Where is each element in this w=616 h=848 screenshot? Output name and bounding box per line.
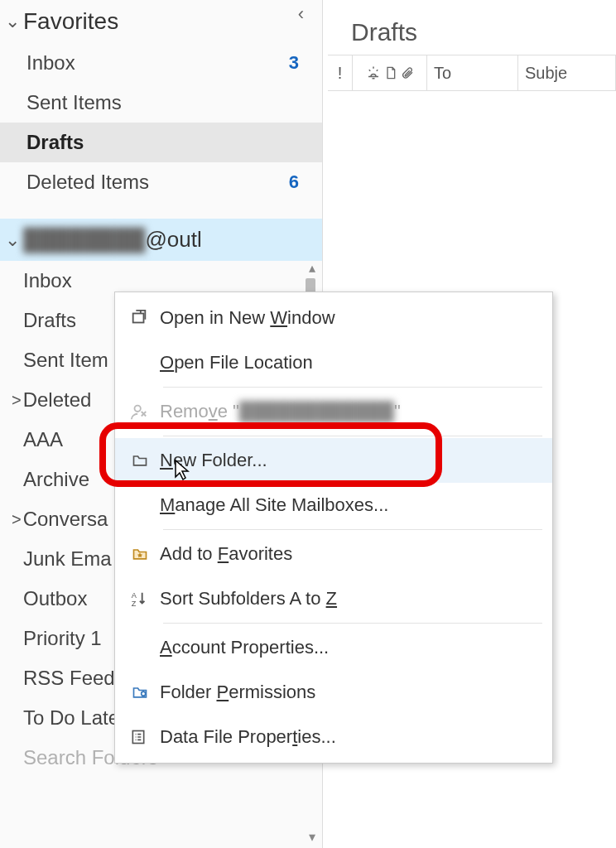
- unread-count: 3: [289, 52, 299, 74]
- svg-text:A: A: [132, 591, 137, 600]
- scroll-down-icon[interactable]: ▾: [309, 829, 315, 845]
- message-list-header: ! To Subje: [328, 55, 616, 91]
- subject-column[interactable]: Subje: [518, 55, 616, 90]
- folder-context-menu: Open in New Window Open File Location Re…: [114, 292, 553, 764]
- folder-label: RSS Feeds: [23, 667, 125, 690]
- reminder-icon: [366, 65, 381, 80]
- folder-label: AAA: [23, 428, 63, 451]
- menu-add-to-favorites[interactable]: Add to Favorites: [115, 532, 552, 576]
- folder-label: Deleted: [23, 388, 92, 412]
- folder-label: To Do Later: [23, 706, 126, 730]
- folder-label: Outbox: [23, 587, 87, 610]
- menu-separator: [163, 529, 542, 530]
- svg-point-4: [142, 691, 146, 696]
- menu-label: Sort Subfolders A to Z: [160, 588, 537, 610]
- favorites-section[interactable]: ⌄ Favorites: [0, 0, 322, 43]
- chevron-down-icon: ⌄: [5, 11, 20, 32]
- menu-label: Manage All Site Mailboxes...: [160, 494, 537, 516]
- menu-label: Folder Permissions: [160, 682, 537, 703]
- menu-label: Data File Properties...: [160, 726, 537, 748]
- svg-rect-0: [133, 314, 144, 323]
- menu-open-new-window[interactable]: Open in New Window: [115, 296, 552, 340]
- favorites-label: Favorites: [23, 8, 118, 35]
- to-column[interactable]: To: [427, 55, 518, 90]
- menu-label: Open in New Window: [160, 307, 537, 329]
- favorites-item-drafts[interactable]: Drafts: [0, 123, 322, 162]
- menu-label: Account Properties...: [160, 637, 537, 658]
- account-name-obscured: ████████: [23, 227, 145, 253]
- favorites-item-sent[interactable]: Sent Items: [0, 83, 322, 123]
- folder-label: Inbox: [23, 269, 72, 292]
- properties-icon: [130, 728, 160, 746]
- folder-label: Drafts: [26, 131, 84, 154]
- unread-count: 6: [289, 171, 299, 193]
- scroll-up-icon[interactable]: ▴: [309, 260, 315, 276]
- folder-label: Priority 1: [23, 627, 102, 650]
- menu-label: Remove "████████████": [160, 401, 537, 422]
- chevron-down-icon: ⌄: [5, 229, 20, 251]
- menu-remove-account: Remove "████████████": [115, 389, 552, 434]
- menu-account-properties[interactable]: Account Properties...: [115, 625, 552, 670]
- attachment-icon: [401, 65, 414, 80]
- chevron-right-icon[interactable]: >: [12, 510, 22, 529]
- folder-label: Conversa: [23, 508, 108, 531]
- folder-label: Sent Items: [26, 91, 122, 114]
- menu-separator: [163, 436, 542, 436]
- priority-column[interactable]: !: [328, 55, 353, 90]
- new-window-icon: [130, 309, 160, 327]
- folder-label: Archive: [23, 468, 89, 491]
- reading-pane-title: Drafts: [328, 0, 616, 55]
- permissions-icon: [130, 684, 160, 701]
- folder-label: Deleted Items: [26, 171, 149, 194]
- folder-label: Inbox: [26, 51, 75, 75]
- document-icon: [384, 65, 397, 80]
- remove-user-icon: [130, 402, 160, 421]
- svg-text:Z: Z: [132, 600, 137, 608]
- menu-folder-permissions[interactable]: Folder Permissions: [115, 670, 552, 715]
- folder-icon: [130, 452, 160, 469]
- svg-point-1: [135, 406, 141, 412]
- account-suffix: @outl: [145, 227, 201, 253]
- menu-label: New Folder...: [160, 450, 537, 471]
- favorites-item-inbox[interactable]: Inbox 3: [0, 43, 322, 83]
- menu-separator: [163, 387, 542, 388]
- menu-sort-subfolders[interactable]: AZ Sort Subfolders A to Z: [115, 576, 552, 621]
- chevron-right-icon[interactable]: >: [12, 391, 22, 410]
- menu-open-file-location[interactable]: Open File Location: [115, 340, 552, 385]
- menu-label: Open File Location: [160, 352, 537, 373]
- menu-separator: [163, 623, 542, 624]
- account-section[interactable]: ⌄ ████████ @outl: [0, 219, 322, 261]
- folder-label: Sent Item: [23, 349, 108, 372]
- folder-label: Junk Ema: [23, 547, 112, 571]
- sort-az-icon: AZ: [130, 590, 160, 608]
- favorites-item-deleted[interactable]: Deleted Items 6: [0, 162, 322, 202]
- favorite-folder-icon: [130, 546, 160, 562]
- menu-label: Add to Favorites: [160, 543, 537, 565]
- menu-data-file-properties[interactable]: Data File Properties...: [115, 715, 552, 759]
- folder-label: Drafts: [23, 309, 76, 332]
- collapse-pane-icon[interactable]: ‹: [298, 3, 304, 25]
- menu-manage-mailboxes[interactable]: Manage All Site Mailboxes...: [115, 483, 552, 528]
- icon-columns[interactable]: [353, 55, 427, 90]
- menu-new-folder[interactable]: New Folder...: [115, 438, 552, 483]
